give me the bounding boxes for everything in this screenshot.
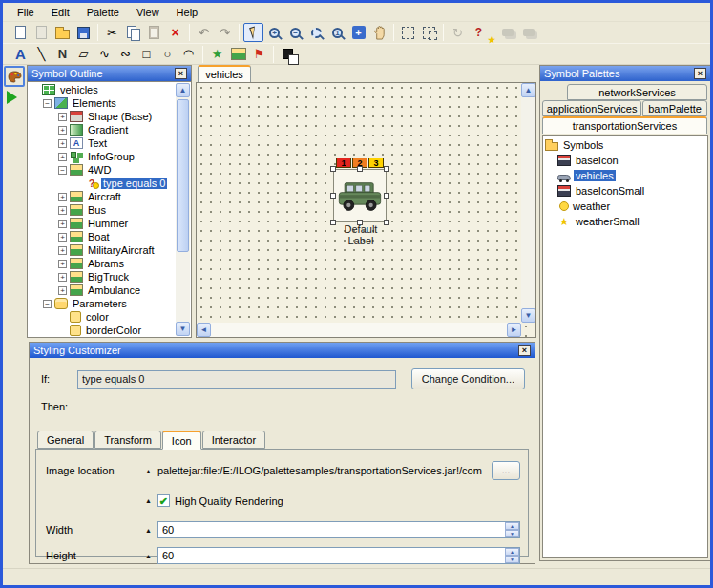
select-group-icon[interactable]: [419, 23, 439, 42]
tab-applicationservices[interactable]: applicationServices: [542, 100, 641, 116]
tab-bampalette[interactable]: bamPalette: [642, 100, 707, 116]
text-tool-icon[interactable]: A: [10, 45, 31, 64]
change-condition-button[interactable]: Change Condition...: [411, 368, 525, 389]
menu-file[interactable]: File: [9, 5, 43, 20]
spin-up-icon[interactable]: ▲: [505, 548, 519, 556]
tree-item-vehicles[interactable]: vehicles: [29, 83, 176, 96]
tree-item-aircraft[interactable]: +Aircraft: [29, 190, 176, 203]
select-rectangle-icon[interactable]: [398, 23, 418, 42]
expand-icon[interactable]: +: [58, 260, 67, 268]
scroll-up-icon[interactable]: ▲: [521, 83, 535, 97]
collapse-icon[interactable]: −: [58, 166, 67, 175]
delete-icon[interactable]: ×: [165, 23, 185, 42]
pan-icon[interactable]: [369, 23, 389, 42]
close-icon[interactable]: ×: [518, 345, 531, 356]
fill-stroke-swatch-icon[interactable]: [278, 45, 298, 64]
width-field[interactable]: [158, 522, 519, 537]
new-from-template-icon[interactable]: [31, 23, 52, 42]
browse-button[interactable]: ...: [492, 461, 520, 480]
expand-icon[interactable]: +: [58, 220, 67, 228]
tree-item-militaryaircraft[interactable]: +MilitaryAircraft: [29, 243, 176, 257]
tree-item-ambulance[interactable]: +Ambulance: [29, 284, 176, 297]
star-tool-icon[interactable]: ★: [207, 45, 227, 64]
zoom-one-to-one-icon[interactable]: 1: [327, 23, 347, 42]
expand-icon[interactable]: +: [58, 139, 67, 148]
close-icon[interactable]: ×: [694, 68, 706, 79]
expand-marker-icon[interactable]: ▲: [145, 527, 152, 534]
run-preview-icon[interactable]: [7, 91, 17, 104]
tree-item-baseicon[interactable]: baseIcon: [543, 153, 707, 168]
save-icon[interactable]: [73, 23, 94, 42]
state-badge-3[interactable]: 3: [368, 158, 384, 168]
symbol-group[interactable]: 1 2 3: [333, 158, 388, 246]
spin-up-icon[interactable]: ▲: [505, 522, 519, 530]
expand-icon[interactable]: +: [58, 126, 67, 135]
expand-marker-icon[interactable]: ▲: [145, 468, 152, 474]
collapse-icon[interactable]: −: [43, 99, 52, 108]
tree-item-bus[interactable]: +Bus: [29, 203, 176, 217]
tree-item-baseiconsmall[interactable]: baseIconSmall: [543, 183, 707, 199]
symbol-palettes-titlebar[interactable]: Symbol Palettes ×: [540, 66, 710, 81]
tab-transportationservices[interactable]: transportationServices: [542, 116, 707, 134]
resize-handle[interactable]: [330, 220, 336, 225]
scroll-down-icon[interactable]: ▼: [176, 322, 190, 336]
height-field[interactable]: [158, 548, 519, 563]
spline-tool-icon[interactable]: ∿: [94, 45, 115, 64]
tab-interactor[interactable]: Interactor: [202, 430, 265, 449]
tree-item-hummer[interactable]: +Hummer: [29, 217, 176, 230]
symbol-wizard-icon[interactable]: ? ★: [469, 23, 489, 42]
polyline-tool-icon[interactable]: N: [52, 45, 73, 64]
tree-item-parameters[interactable]: −Parameters: [29, 297, 176, 310]
line-tool-icon[interactable]: ╲: [31, 45, 52, 64]
tree-item-color[interactable]: color: [29, 310, 176, 324]
condition-field[interactable]: [77, 370, 396, 388]
anchor-tool-icon[interactable]: ⚑: [249, 45, 269, 64]
tab-icon[interactable]: Icon: [162, 430, 201, 450]
expand-icon[interactable]: +: [58, 206, 67, 215]
tree-item-bigtruck[interactable]: +BigTruck: [29, 270, 176, 284]
tree-item-text[interactable]: +AText: [29, 136, 176, 150]
ellipse-tool-icon[interactable]: ○: [157, 45, 178, 64]
zoom-in-icon[interactable]: +: [264, 23, 284, 42]
bring-to-front-icon[interactable]: [518, 23, 538, 42]
image-tool-icon[interactable]: [228, 45, 248, 64]
close-icon[interactable]: ×: [175, 68, 187, 79]
tree-item-weather[interactable]: weather: [543, 199, 707, 214]
tree-item-abrams[interactable]: +Abrams: [29, 257, 176, 270]
resize-handle[interactable]: [330, 193, 336, 199]
resize-handle[interactable]: [357, 220, 363, 225]
state-badge-1[interactable]: 1: [336, 158, 351, 168]
copy-icon[interactable]: [123, 23, 143, 42]
high-quality-checkbox[interactable]: ✔: [157, 494, 170, 507]
tree-item-shape-base[interactable]: +Shape (Base): [29, 110, 176, 123]
tab-transform[interactable]: Transform: [94, 430, 161, 449]
menu-edit[interactable]: Edit: [43, 5, 78, 20]
menu-palette[interactable]: Palette: [78, 5, 128, 20]
rectangle-tool-icon[interactable]: □: [136, 45, 157, 64]
expand-icon[interactable]: +: [58, 153, 67, 161]
undo-icon[interactable]: ↶: [194, 23, 214, 42]
expand-icon[interactable]: +: [58, 193, 67, 201]
palette-icon[interactable]: [4, 66, 25, 87]
arc-tool-icon[interactable]: ◠: [178, 45, 199, 64]
resize-handle[interactable]: [357, 166, 363, 172]
tree-item-type-equals-0[interactable]: ?type equals 0: [29, 177, 176, 190]
zoom-out-icon[interactable]: −: [285, 23, 305, 42]
rotate-icon[interactable]: ↻: [448, 23, 468, 42]
expand-icon[interactable]: +: [58, 286, 67, 295]
fit-to-contents-icon[interactable]: +: [348, 23, 368, 42]
resize-handle[interactable]: [330, 166, 336, 172]
collapse-icon[interactable]: −: [43, 300, 52, 308]
scroll-right-icon[interactable]: ►: [507, 323, 521, 337]
scroll-up-icon[interactable]: ▲: [176, 83, 190, 97]
tree-item-gradient[interactable]: +Gradient: [29, 123, 176, 136]
tab-general[interactable]: General: [37, 430, 94, 449]
open-icon[interactable]: [52, 23, 73, 42]
expand-icon[interactable]: +: [58, 113, 67, 121]
tree-item-weathersmall[interactable]: ★weatherSmall: [543, 214, 707, 229]
redo-icon[interactable]: ↷: [215, 23, 235, 42]
scroll-down-icon[interactable]: ▼: [521, 308, 535, 323]
expand-marker-icon[interactable]: ▲: [145, 497, 152, 504]
tree-item-symbols[interactable]: Symbols: [543, 137, 707, 153]
scroll-left-icon[interactable]: ◄: [197, 323, 211, 337]
